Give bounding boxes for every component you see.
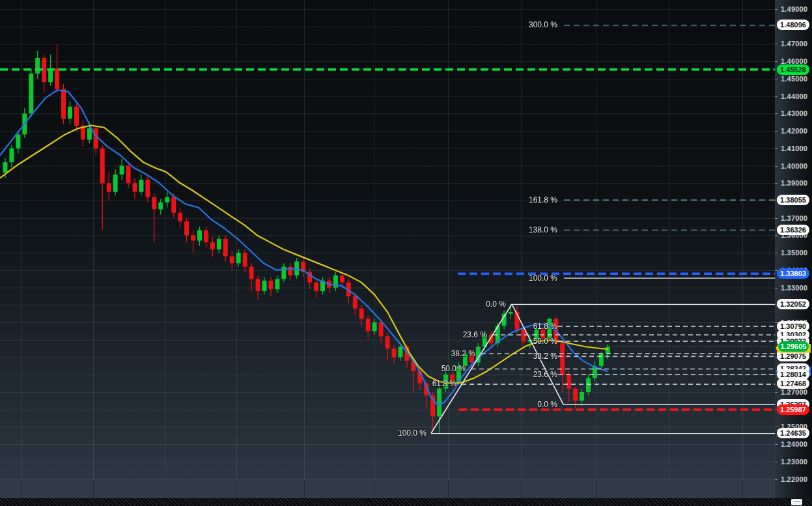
price-tick-mark [775, 96, 777, 97]
price-tick-mark [775, 253, 777, 253]
price-tick-mark [775, 218, 777, 219]
price-tick-mark [775, 235, 777, 236]
price-tick-mark [775, 392, 777, 393]
collapse-axis-button[interactable]: — [791, 499, 802, 505]
price-tick-label: 1.33000 [781, 284, 807, 292]
fib-price-badge: 1.38055 [777, 195, 809, 205]
fib-level-label: 23.6 % [533, 370, 557, 379]
fib-price-badge: 1.36326 [777, 225, 809, 235]
fib-price-badge: 1.32052 [777, 299, 809, 309]
fib-level-label: 0.0 % [537, 400, 557, 409]
price-tick-mark [775, 427, 777, 427]
price-tick-label: 1.47000 [781, 40, 807, 48]
fib-level-label: 100.0 % [529, 274, 557, 283]
price-tick-mark [775, 9, 777, 10]
price-tick-label: 1.41000 [781, 145, 807, 152]
price-tick-mark [775, 79, 777, 79]
fib-price-badge: 1.27468 [777, 378, 809, 389]
fib-level-label: 38.2 % [533, 352, 557, 361]
price-tick-mark [775, 183, 777, 184]
fib-price-badge: 1.30790 [777, 321, 809, 331]
fib-price-badge: 1.48096 [777, 20, 809, 30]
price-tick-mark [775, 113, 777, 114]
price-tick-mark [775, 166, 777, 167]
price-tick-label: 1.43000 [781, 109, 807, 117]
price-tick-label: 1.23000 [781, 458, 807, 466]
alert-price-badge[interactable]: 1.25987 [777, 404, 809, 415]
price-tick-label: 1.27000 [781, 388, 807, 396]
fib-level-label: 61.8 % [533, 322, 557, 331]
price-tick-mark [775, 462, 777, 462]
alert-price-badge[interactable]: 1.45528 [777, 64, 809, 75]
fib-level-label: 161.8 % [529, 195, 557, 204]
fib-level-label: 0.0 % [486, 300, 506, 309]
price-tick-mark [775, 444, 777, 445]
fib-price-badge: 1.24635 [777, 428, 809, 438]
fib-level-label: 100.0 % [398, 429, 427, 438]
price-tick-label: 1.49000 [781, 5, 807, 13]
current-price-badge: 1.29605 [778, 341, 809, 352]
price-tick-label: 1.42000 [781, 127, 807, 135]
price-tick-mark [775, 61, 777, 62]
price-tick-label: 1.37000 [781, 214, 807, 222]
price-axis[interactable]: 1.490001.480001.470001.460001.450001.440… [775, 0, 812, 506]
price-tick-label: 1.35000 [781, 249, 807, 257]
price-tick-mark [775, 131, 777, 132]
price-tick-mark [775, 288, 777, 288]
minimize-icon: — [794, 498, 800, 505]
candlestick-chart-canvas[interactable] [0, 0, 775, 506]
fib-level-label: 61.8 % [432, 379, 456, 388]
trading-chart-window: 0.0 %23.6 %38.2 %50.0 %61.8 %100.0 %300.… [0, 0, 812, 506]
alert-price-badge[interactable]: 1.33803 [777, 268, 809, 279]
price-tick-mark [775, 148, 777, 149]
fib-level-label: 50.0 % [533, 337, 557, 346]
price-tick-mark [775, 44, 777, 44]
price-tick-label: 1.44000 [781, 92, 807, 100]
price-tick-mark [775, 479, 777, 480]
fib-level-label: 50.0 % [441, 364, 466, 373]
fib-price-badge: 1.28014 [777, 369, 809, 380]
price-tick-label: 1.45000 [781, 75, 807, 83]
price-tick-label: 1.24000 [781, 440, 807, 448]
price-tick-label: 1.39000 [781, 179, 807, 187]
fib-level-label: 38.2 % [451, 349, 475, 358]
price-tick-label: 1.40000 [781, 162, 807, 170]
fib-level-label: 23.6 % [463, 330, 487, 339]
fib-level-label: 138.0 % [529, 225, 557, 234]
time-axis-strip [0, 498, 812, 506]
price-tick-label: 1.22000 [781, 475, 807, 483]
fib-level-label: 300.0 % [529, 20, 557, 29]
